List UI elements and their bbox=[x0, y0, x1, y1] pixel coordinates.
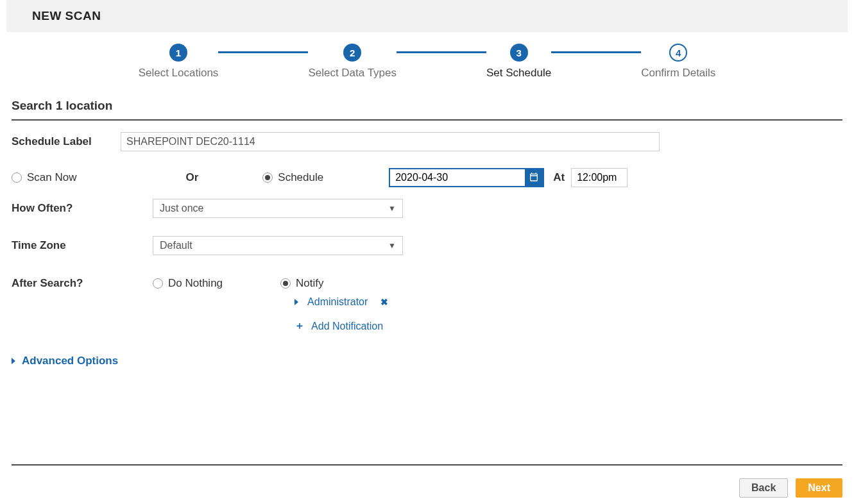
step-number: 4 bbox=[669, 44, 687, 62]
step-label: Select Data Types bbox=[308, 67, 397, 80]
time-zone-selected: Default bbox=[160, 240, 192, 251]
schedule-date-input[interactable] bbox=[390, 169, 525, 186]
section-title: Search 1 location bbox=[12, 99, 842, 113]
how-often-selected: Just once bbox=[160, 203, 203, 214]
date-input-wrap bbox=[389, 168, 544, 187]
step-connector bbox=[218, 51, 308, 53]
remove-notification-button[interactable]: ✖ bbox=[380, 297, 388, 307]
step-number: 3 bbox=[510, 44, 528, 62]
wizard-steps: 1 Select Locations 2 Select Data Types 3… bbox=[0, 44, 854, 80]
how-often-label: How Often? bbox=[12, 202, 140, 215]
time-zone-label: Time Zone bbox=[12, 239, 140, 252]
chevron-down-icon: ▼ bbox=[388, 241, 396, 250]
notify-label: Notify bbox=[296, 277, 323, 290]
step-label: Confirm Details bbox=[641, 67, 715, 80]
title-bar: NEW SCAN bbox=[6, 0, 848, 32]
wizard-step-3[interactable]: 3 Set Schedule bbox=[486, 44, 551, 80]
schedule-label-input[interactable] bbox=[121, 132, 660, 151]
schedule-radio-label: Schedule bbox=[278, 171, 323, 184]
add-notification-button[interactable]: ＋ Add Notification bbox=[295, 319, 388, 333]
wizard-step-1[interactable]: 1 Select Locations bbox=[139, 44, 219, 80]
page-title: NEW SCAN bbox=[32, 9, 835, 23]
caret-right-icon bbox=[12, 358, 15, 364]
back-button[interactable]: Back bbox=[739, 478, 788, 498]
how-often-dropdown[interactable]: Just once ▼ bbox=[153, 199, 403, 218]
step-number: 2 bbox=[343, 44, 361, 62]
do-nothing-label: Do Nothing bbox=[168, 277, 223, 290]
wizard-step-2[interactable]: 2 Select Data Types bbox=[308, 44, 397, 80]
advanced-options-label: Advanced Options bbox=[22, 355, 118, 367]
schedule-time-input[interactable] bbox=[571, 168, 628, 187]
advanced-options-toggle[interactable]: Advanced Options bbox=[12, 355, 842, 367]
or-label: Or bbox=[185, 171, 198, 184]
next-button[interactable]: Next bbox=[796, 478, 842, 498]
footer-divider bbox=[12, 464, 842, 466]
scan-now-label: Scan Now bbox=[27, 171, 76, 184]
notification-recipient-link[interactable]: Administrator bbox=[307, 296, 368, 308]
caret-right-icon bbox=[295, 299, 298, 305]
divider bbox=[12, 119, 842, 121]
calendar-button[interactable] bbox=[525, 169, 543, 186]
calendar-icon bbox=[529, 172, 539, 184]
step-connector bbox=[551, 51, 641, 53]
step-connector bbox=[397, 51, 486, 53]
at-label: At bbox=[553, 171, 565, 184]
do-nothing-radio[interactable] bbox=[153, 278, 163, 289]
chevron-down-icon: ▼ bbox=[388, 204, 396, 213]
time-zone-dropdown[interactable]: Default ▼ bbox=[153, 236, 403, 255]
step-number: 1 bbox=[169, 44, 187, 62]
schedule-radio[interactable] bbox=[262, 172, 273, 183]
wizard-step-4[interactable]: 4 Confirm Details bbox=[641, 44, 715, 80]
add-notification-label: Add Notification bbox=[311, 321, 383, 332]
step-label: Set Schedule bbox=[486, 67, 551, 80]
plus-icon: ＋ bbox=[295, 319, 305, 333]
after-search-label: After Search? bbox=[12, 277, 140, 290]
scan-now-radio[interactable] bbox=[12, 172, 22, 183]
step-label: Select Locations bbox=[139, 67, 219, 80]
notify-radio[interactable] bbox=[280, 278, 291, 289]
